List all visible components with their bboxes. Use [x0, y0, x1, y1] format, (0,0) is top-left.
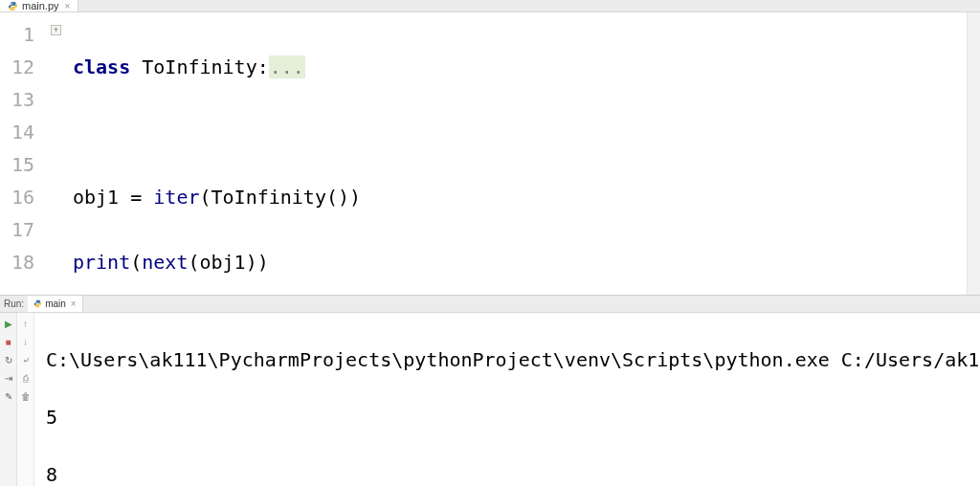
editor-tab-bar: main.py ×: [0, 0, 980, 12]
fold-gutter: +: [44, 12, 73, 295]
editor-tab-filename: main.py: [22, 0, 59, 11]
python-file-icon: [8, 1, 18, 11]
code-line: class ToInfinity:...: [73, 51, 967, 83]
console-output-line: 5: [46, 403, 972, 431]
close-tab-icon[interactable]: ×: [65, 1, 71, 11]
line-number-gutter: 1 12 13 14 15 16 17 18: [0, 12, 44, 295]
line-number: 15: [0, 148, 44, 181]
line-number: 14: [0, 116, 44, 148]
ide-window: main.py × 1 12 13 14 15 16 17 18 + class…: [0, 0, 980, 486]
run-panel-label: Run:: [0, 298, 28, 309]
line-number: 17: [0, 213, 44, 246]
folded-ellipsis[interactable]: ...: [269, 55, 305, 78]
line-number: 16: [0, 181, 44, 213]
run-toolbar-primary: ▶ ■ ↻ ⇥ ✎: [0, 313, 17, 486]
editor-scrollbar[interactable]: [967, 12, 980, 295]
code-line: print(next(obj1)): [73, 246, 967, 278]
close-run-tab-icon[interactable]: ×: [71, 298, 77, 309]
stop-button-icon[interactable]: ■: [2, 335, 15, 348]
run-header: Run: main ×: [0, 296, 980, 313]
line-number: 12: [0, 51, 44, 83]
clear-all-icon[interactable]: 🗑: [19, 389, 33, 403]
run-body: ▶ ■ ↻ ⇥ ✎ ↑ ↓ ⤶ ⎙ 🗑 C:\Users\ak111\Pycha…: [0, 313, 980, 486]
run-tab-name: main: [45, 298, 66, 309]
editor-area: 1 12 13 14 15 16 17 18 + class ToInfinit…: [0, 12, 980, 295]
run-tab-main[interactable]: main ×: [28, 296, 83, 312]
run-tool-window: Run: main × ▶ ■ ↻ ⇥ ✎ ↑ ↓ ⤶ ⎙: [0, 295, 980, 486]
editor-tab-main[interactable]: main.py ×: [0, 0, 78, 11]
run-toolbar-secondary: ↑ ↓ ⤶ ⎙ 🗑: [17, 313, 34, 486]
fold-expand-icon[interactable]: +: [51, 25, 61, 35]
line-number: 13: [0, 83, 44, 116]
keyword-class: class: [73, 55, 130, 78]
code-editor[interactable]: class ToInfinity:... obj1 = iter(ToInfin…: [73, 12, 967, 295]
rerun-button-icon[interactable]: ↻: [2, 353, 15, 366]
python-run-icon: [33, 299, 42, 308]
class-name: ToInfinity: [142, 55, 256, 78]
run-button-icon[interactable]: ▶: [2, 317, 15, 330]
code-line: obj1 = iter(ToInfinity()): [73, 181, 967, 213]
code-line: [73, 116, 967, 148]
scroll-up-icon[interactable]: ↑: [19, 317, 33, 330]
console-output-line: 8: [46, 460, 972, 486]
console-output[interactable]: C:\Users\ak111\PycharmProjects\pythonPro…: [34, 313, 980, 486]
line-number: 1: [0, 18, 44, 51]
line-number: 18: [0, 246, 44, 278]
toggle-structure-icon[interactable]: ✎: [2, 389, 15, 403]
scroll-down-icon[interactable]: ↓: [19, 335, 33, 348]
step-into-icon[interactable]: ⇥: [2, 371, 15, 385]
builtin-iter: iter: [153, 186, 199, 209]
print-icon[interactable]: ⎙: [19, 371, 33, 385]
console-command-line: C:\Users\ak111\PycharmProjects\pythonPro…: [46, 345, 972, 374]
soft-wrap-icon[interactable]: ⤶: [19, 353, 33, 366]
